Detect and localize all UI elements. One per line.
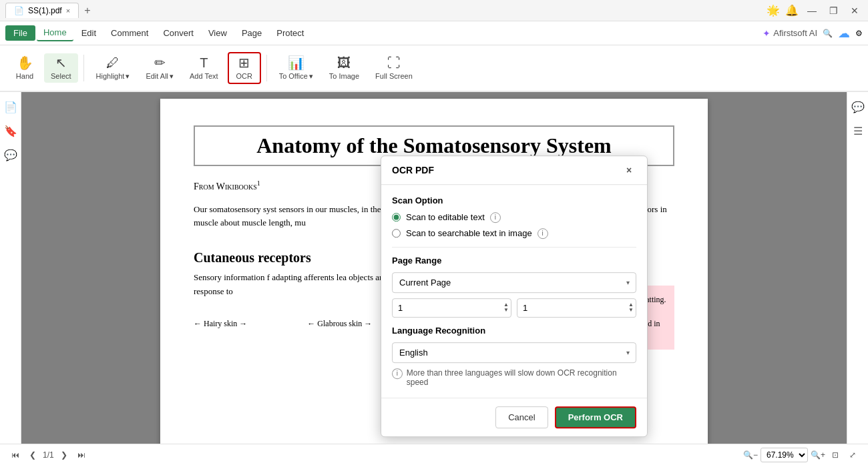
- edit-all-tool-button[interactable]: ✏ Edit All ▾: [139, 53, 180, 83]
- to-office-label-area: To Office ▾: [279, 72, 313, 81]
- select-tool-button[interactable]: ↖ Select: [44, 53, 78, 83]
- search-button[interactable]: 🔍: [823, 29, 833, 38]
- range-to-down[interactable]: ▼: [628, 308, 634, 313]
- range-to-input[interactable]: [517, 298, 636, 318]
- range-from-wrap: ▲ ▼: [392, 298, 511, 318]
- zoom-in-button[interactable]: 🔍+: [811, 448, 825, 462]
- last-page-button[interactable]: ⏭: [74, 448, 89, 462]
- scan-searchable-row: Scan to searchable text in image i: [392, 228, 636, 239]
- left-sidebar: 📄 🔖 💬: [0, 92, 21, 444]
- expand-button[interactable]: ⤢: [845, 448, 860, 462]
- fit-page-button[interactable]: ⊡: [828, 448, 843, 462]
- add-tab-button[interactable]: +: [81, 5, 93, 17]
- ocr-tool-button[interactable]: ⊞ OCR: [228, 52, 261, 84]
- menu-bar: File Home Edit Comment Convert View Page…: [0, 21, 868, 45]
- prev-page-button[interactable]: ❮: [25, 448, 40, 462]
- language-warning: i More than three languages will slow do…: [392, 368, 636, 387]
- menu-comment[interactable]: Comment: [104, 25, 155, 41]
- notification-icon[interactable]: 🌟: [767, 4, 780, 17]
- file-menu[interactable]: File: [5, 25, 35, 41]
- hand-tool-button[interactable]: ✋ Hand: [8, 53, 41, 83]
- main-content: Anatomy of the Somatosensory System From…: [21, 92, 847, 444]
- range-to-wrap: ▲ ▼: [517, 298, 636, 318]
- dialog-title: OCR PDF: [392, 165, 434, 175]
- next-page-button[interactable]: ❯: [57, 448, 71, 462]
- menu-home[interactable]: Home: [37, 25, 73, 41]
- page-range-select-wrapper: Current Page All Pages Custom Range ▾: [392, 272, 636, 293]
- close-button[interactable]: ✕: [847, 3, 863, 19]
- scan-searchable-label: Scan to searchable text in image: [406, 228, 532, 238]
- menu-convert[interactable]: Convert: [156, 25, 200, 41]
- range-from-input[interactable]: [392, 298, 511, 318]
- warning-text: More than three languages will slow down…: [407, 368, 636, 387]
- zoom-out-button[interactable]: 🔍−: [743, 448, 758, 462]
- add-text-tool-button[interactable]: T Add Text: [183, 53, 225, 83]
- dialog-overlay: OCR PDF × Scan Option Scan to editable t…: [21, 92, 847, 444]
- page-navigation: ⏮ ❮ 1/1 ❯ ⏭: [8, 448, 89, 462]
- toolbar: ✋ Hand ↖ Select 🖊 Highlight ▾ ✏ Edit All…: [0, 45, 868, 92]
- right-chat-icon[interactable]: 💬: [849, 97, 867, 116]
- dialog-close-button[interactable]: ×: [622, 163, 636, 177]
- bell-icon[interactable]: 🔔: [785, 4, 799, 17]
- perform-ocr-button[interactable]: Perform OCR: [555, 406, 636, 428]
- language-select-wrapper: English Chinese French German Spanish Ja…: [392, 342, 636, 363]
- sidebar-pages-icon[interactable]: 📄: [1, 97, 20, 116]
- ai-icon: ✦: [763, 28, 771, 39]
- ai-button[interactable]: ✦ Afirstsoft AI: [763, 28, 817, 39]
- minimize-button[interactable]: —: [804, 3, 820, 19]
- scan-searchable-info-icon[interactable]: i: [537, 228, 548, 239]
- to-office-tool-button[interactable]: 📊 To Office ▾: [272, 53, 320, 83]
- edit-all-label-area: Edit All ▾: [146, 72, 174, 81]
- cloud-icon[interactable]: ☁: [838, 26, 850, 41]
- title-bar: 📄 SS(1).pdf × + 🌟 🔔 — ❐ ✕: [0, 0, 868, 21]
- dialog-footer: Cancel Perform OCR: [381, 398, 647, 436]
- to-office-arrow: ▾: [309, 72, 313, 81]
- ocr-label: OCR: [236, 72, 252, 80]
- maximize-button[interactable]: ❐: [825, 3, 841, 19]
- separator-2: [266, 55, 267, 81]
- to-office-label: To Office: [279, 72, 308, 80]
- pdf-tab[interactable]: 📄 SS(1).pdf ×: [5, 3, 79, 18]
- sidebar-bookmarks-icon[interactable]: 🔖: [1, 121, 20, 140]
- menu-edit[interactable]: Edit: [75, 25, 103, 41]
- add-text-icon: T: [200, 56, 208, 69]
- full-screen-label: Full Screen: [375, 72, 413, 80]
- range-to-spinners: ▲ ▼: [628, 298, 634, 318]
- scan-editable-info-icon[interactable]: i: [490, 212, 501, 223]
- separator-1: [83, 55, 84, 81]
- full-screen-tool-button[interactable]: ⛶ Full Screen: [369, 53, 419, 83]
- tab-title: SS(1).pdf: [28, 6, 62, 15]
- page-range-select[interactable]: Current Page All Pages Custom Range: [392, 272, 636, 293]
- cancel-button[interactable]: Cancel: [495, 406, 548, 428]
- scan-searchable-radio[interactable]: [392, 229, 401, 238]
- menu-view[interactable]: View: [202, 25, 234, 41]
- tab-icon: 📄: [14, 6, 24, 15]
- first-page-button[interactable]: ⏮: [8, 448, 23, 462]
- to-image-tool-button[interactable]: 🖼 To Image: [322, 53, 366, 83]
- scan-editable-radio[interactable]: [392, 213, 401, 221]
- hand-label: Hand: [16, 72, 33, 80]
- select-icon: ↖: [55, 56, 67, 69]
- language-label: Language Recognition: [392, 326, 636, 336]
- range-from-down[interactable]: ▼: [503, 308, 509, 313]
- menu-page[interactable]: Page: [235, 25, 268, 41]
- full-screen-icon: ⛶: [387, 56, 401, 69]
- zoom-level-select[interactable]: 67.19% 50% 75% 100% 125% 150%: [761, 448, 808, 462]
- right-menu-icon[interactable]: ☰: [849, 121, 867, 140]
- language-section: Language Recognition English Chinese Fre…: [392, 326, 636, 387]
- menu-left: File Home Edit Comment Convert View Page…: [5, 25, 310, 41]
- settings-icon[interactable]: ⚙: [855, 29, 863, 38]
- add-text-label: Add Text: [190, 72, 218, 80]
- range-inputs: ▲ ▼ ▲ ▼: [392, 298, 636, 318]
- language-select[interactable]: English Chinese French German Spanish Ja…: [392, 342, 636, 363]
- right-sidebar: 💬 ☰: [847, 92, 868, 444]
- zoom-area: 🔍− 67.19% 50% 75% 100% 125% 150% 🔍+ ⊡ ⤢: [743, 448, 860, 462]
- menu-protect[interactable]: Protect: [270, 25, 310, 41]
- highlight-tool-button[interactable]: 🖊 Highlight ▾: [89, 53, 137, 83]
- range-from-spinners: ▲ ▼: [503, 298, 509, 318]
- select-label: Select: [51, 72, 71, 80]
- sidebar-comments-icon[interactable]: 💬: [1, 145, 20, 164]
- scan-option-label: Scan Option: [392, 195, 636, 205]
- tab-close-btn[interactable]: ×: [66, 7, 70, 15]
- edit-all-arrow: ▾: [170, 72, 174, 81]
